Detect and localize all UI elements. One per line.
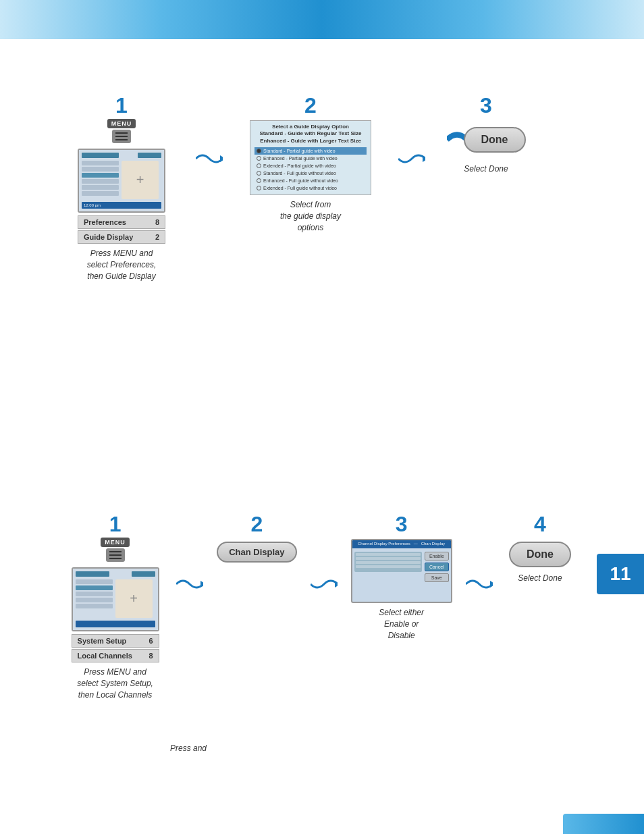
section2-local-channels: 1 MENU	[68, 513, 574, 700]
radio-dot-1	[257, 149, 261, 153]
top-banner	[0, 0, 644, 39]
s2-connector-1-2	[176, 513, 203, 594]
s2-step1-caption: Press MENU and select System Setup, then…	[77, 667, 153, 700]
s2-menu-icon-lines	[106, 548, 125, 562]
guide-options-panel: Select a Guide Display Option Standard -…	[250, 120, 371, 195]
connector-2-3	[398, 95, 425, 169]
menu-button-icon: MENU	[107, 119, 136, 143]
bottom-right-corner	[563, 814, 644, 834]
section1-step1: 1 MENU	[68, 95, 176, 282]
radio-dot-5	[257, 178, 261, 183]
done-button-1[interactable]: Done	[464, 127, 526, 153]
menu-icon-lines	[112, 130, 131, 143]
svg-marker-4	[490, 581, 493, 588]
step1-number: 1	[115, 95, 128, 116]
enable-screen-title: Channel Display Preferences — Chan Displ…	[352, 540, 451, 548]
svg-marker-3	[335, 581, 338, 588]
section1-step2: 2 Select a Guide Display Option Standard…	[243, 95, 378, 234]
menu-label: MENU	[107, 119, 136, 128]
s2-step3-caption: Select either Enable or Disable	[379, 607, 424, 641]
section2-step1: 1 MENU	[68, 513, 163, 700]
s2-step1-number: 1	[109, 513, 122, 535]
step2-caption: Select from the guide display options	[280, 199, 341, 233]
section2-step2: 2 Chan Display	[217, 513, 296, 563]
step3-caption: Select Done	[464, 163, 508, 175]
tv-screen-1: + 12:00 pm	[78, 149, 165, 213]
s2-connector-3-4	[466, 513, 493, 594]
step1-caption: Press MENU and select Preferences, then …	[87, 248, 157, 282]
radio-dot-4	[257, 171, 261, 176]
s2-step4-caption: Select Done	[518, 573, 562, 584]
chan-display-button[interactable]: Chan Display	[217, 542, 296, 563]
preferences-label: Preferences 8	[78, 215, 165, 229]
tv-screen-2: +	[72, 567, 159, 631]
radio-dot-6	[257, 186, 261, 190]
chapter-number: 11	[610, 563, 630, 585]
svg-marker-0	[220, 155, 223, 162]
s2-step2-number: 2	[250, 513, 263, 535]
s2-step3-number: 3	[396, 513, 408, 535]
section2-step4: 4 Done Select Done	[506, 513, 574, 584]
svg-marker-1	[423, 155, 425, 162]
guide-panel-title: Select a Guide Display Option Standard -…	[254, 124, 367, 145]
radio-dot-3	[257, 163, 261, 168]
radio-dot-2	[257, 156, 261, 161]
svg-marker-2	[200, 581, 203, 588]
guide-option-5[interactable]: Enhanced - Full guide without video	[254, 177, 367, 184]
s2-connector-2-3	[311, 513, 338, 594]
guide-option-1[interactable]: Standard - Partial guide with video	[254, 147, 367, 155]
done-button-2[interactable]: Done	[509, 542, 571, 567]
guide-option-2[interactable]: Enhanced - Partial guide with video	[254, 155, 367, 162]
step3-number: 3	[480, 95, 492, 116]
chapter-tab: 11	[597, 554, 644, 594]
press-and-text: Press and	[170, 744, 207, 753]
guide-display-label: Guide Display 2	[78, 230, 165, 244]
system-setup-label: System Setup 6	[72, 634, 159, 648]
guide-option-3[interactable]: Extended - Partial guide with video	[254, 162, 367, 170]
connector-1-2	[196, 95, 223, 169]
s2-step4-number: 4	[534, 513, 546, 535]
step2-number: 2	[304, 95, 317, 116]
s2-menu-label: MENU	[101, 538, 130, 547]
section1-step3: 3 Done Select Done	[446, 95, 527, 175]
section1-guide-display: 1 MENU	[68, 95, 540, 282]
guide-option-6[interactable]: Extended - Full guide without video	[254, 184, 367, 192]
local-channels-label: Local Channels 8	[72, 649, 159, 662]
s2-menu-button-icon: MENU	[101, 538, 130, 562]
section2-step3: 3 Channel Display Preferences — Chan Dis…	[351, 513, 452, 641]
enable-disable-screen: Channel Display Preferences — Chan Displ…	[351, 539, 452, 603]
guide-option-4[interactable]: Standard - Full guide without video	[254, 170, 367, 177]
